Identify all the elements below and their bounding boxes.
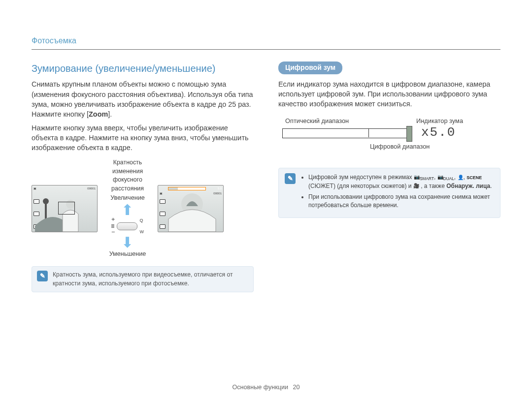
zoom-bold: Zoom [89, 110, 108, 118]
digital-range-label: Цифровой диапазон [370, 142, 430, 151]
arrow-down-icon: ⬇ [121, 237, 133, 248]
zoom-rocker: ⬆ + − Q W [111, 205, 144, 248]
mode-scene-icon: SCENE [466, 175, 482, 181]
note-line-1: Цифровой зум недоступен в режимах 📷SMART… [308, 173, 494, 190]
screen-wide: ▣ 00001 [32, 185, 98, 232]
camera-icon: ▣ [33, 186, 36, 190]
screen-tele: 5.0 ▣ 00001 [158, 185, 224, 232]
right-column: Цифровой зум Если индикатор зума находит… [278, 62, 500, 292]
optical-range-label: Оптический диапазон [285, 117, 349, 125]
focus-box [58, 202, 75, 215]
note-box-left: ✎ Кратность зума, используемого при виде… [32, 266, 254, 292]
rocker-w: W [139, 229, 144, 235]
face-detect-bold: Обнаруж. лица [446, 183, 490, 189]
intro-text-end: . [110, 110, 112, 118]
frame-counter: 00001 [87, 186, 96, 190]
plus-icon: + [111, 216, 115, 224]
svg-point-1 [43, 198, 49, 204]
rocker-button [117, 222, 137, 230]
zoom-figure: ▣ 00001 [32, 158, 254, 258]
page-footer: Основные функции 20 [0, 383, 532, 392]
increase-label: Увеличение [110, 194, 144, 203]
range-split [368, 128, 411, 137]
note-text: Кратность зума, используемого при видеос… [53, 271, 248, 287]
intro-text-1: Снимать крупным планом объекты можно с п… [32, 80, 253, 118]
left-column: Зумирование (увеличение/уменьшение) Сним… [32, 62, 254, 292]
note-box-right: ✎ Цифровой зум недоступен в режимах 📷SMA… [278, 168, 500, 218]
center-controls: Кратность изменения фокусного расстояния… [100, 158, 155, 258]
note-line-2: При использовании цифрового зума на сохр… [308, 193, 494, 210]
info-icon: ✎ [37, 271, 48, 281]
section-label: Фотосъемка [32, 35, 500, 46]
ratio-label: Кратность изменения фокусного расстояния [100, 158, 155, 192]
note-text: . [490, 183, 492, 189]
mode-video-icon: 🎥 [413, 183, 419, 189]
page-number: 20 [293, 384, 300, 391]
footer-label: Основные функции [232, 384, 288, 391]
note-text: (СЮЖЕТ) (для некоторых сюжетов) и [308, 183, 413, 189]
digital-zoom-paragraph: Если индикатор зума находится в цифровом… [278, 79, 500, 109]
decrease-label: Уменьшение [109, 250, 146, 259]
zoom-value: 5.0 [218, 186, 222, 190]
mode-smart-icon: 📷SMART [414, 174, 434, 182]
rocker-q: Q [139, 217, 144, 224]
zoom-range-figure: Оптический диапазон Индикатор зума x5.0 … [282, 117, 489, 156]
zoom-bar [168, 187, 206, 190]
range-indicator [406, 126, 412, 142]
photo-silhouette-zoom [158, 191, 223, 232]
arrow-up-icon: ⬆ [121, 205, 133, 216]
note-text: , а также [421, 183, 446, 189]
minus-icon: − [111, 228, 115, 237]
info-icon: ✎ [285, 173, 296, 184]
range-ratio: x5.0 [421, 123, 456, 141]
mode-dual-icon: 📷DUAL [437, 174, 454, 182]
page-title: Зумирование (увеличение/уменьшение) [32, 62, 254, 75]
intro-paragraph: Снимать крупным планом объекты можно с п… [32, 79, 254, 119]
note-text: Цифровой зум недоступен в режимах [308, 174, 414, 181]
instruction-paragraph: Нажмите кнопку зума вверх, чтобы увеличи… [32, 123, 254, 153]
digital-zoom-chip: Цифровой зум [278, 62, 342, 74]
mode-beauty-icon: 👤 [458, 174, 464, 181]
section-divider [32, 49, 500, 50]
